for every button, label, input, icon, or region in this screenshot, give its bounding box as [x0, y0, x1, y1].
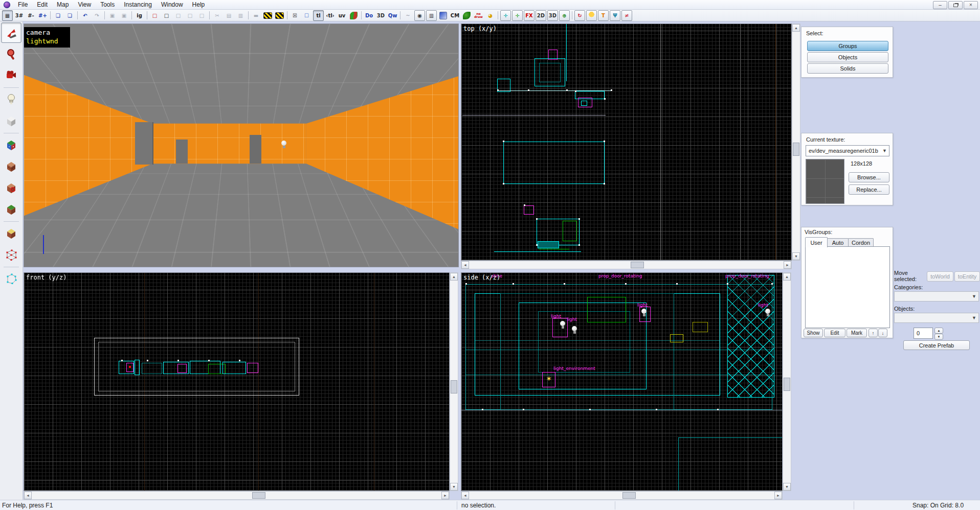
save-window-state-icon[interactable]: ❏ [64, 10, 75, 21]
grid-3d-icon[interactable]: 3# [14, 10, 25, 21]
light-environment-sprite[interactable]: ✶ [542, 372, 555, 387]
paste-icon[interactable]: ▥ [235, 10, 246, 21]
light-entity-sprite[interactable] [572, 326, 577, 334]
texture-application-tool-button[interactable] [1, 135, 21, 155]
clipping-tool-button[interactable] [1, 223, 21, 244]
restore-button[interactable] [948, 1, 963, 9]
selection-tool-button[interactable] [1, 22, 21, 43]
lighting-preview-icon[interactable] [586, 10, 597, 21]
texture-combo[interactable]: ev/dev_measuregeneric01b ▼ [806, 145, 889, 156]
top-viewport-vscrollbar[interactable]: ▲ ▼ [792, 24, 800, 261]
entity-tool-button[interactable] [1, 89, 21, 110]
displacement-mask-icon[interactable] [350, 12, 358, 19]
scroll-up-button[interactable]: ▲ [792, 24, 800, 32]
tab-auto[interactable]: Auto [827, 238, 849, 247]
menu-tools[interactable]: Tools [96, 1, 119, 9]
scroll-up-button[interactable]: ▲ [450, 273, 458, 281]
minimize-button[interactable]: – [933, 1, 947, 9]
show-button[interactable]: Show [804, 329, 823, 337]
magnify-tool-button[interactable] [1, 44, 21, 64]
to-entity-button[interactable]: toEntity [954, 271, 980, 282]
entity-radius-icon[interactable]: ✛ [512, 10, 523, 21]
load-window-state-icon[interactable]: ❏ [53, 10, 63, 21]
scrollbar-thumb[interactable] [252, 492, 265, 499]
undo-icon[interactable]: ↶ [80, 10, 91, 21]
select-same-red-icon[interactable]: □ [149, 10, 160, 21]
menu-help[interactable]: Help [188, 1, 210, 9]
nodraw-toggle-icon[interactable]: no draw [473, 10, 484, 21]
scrollbar-thumb[interactable] [784, 378, 790, 391]
scrollbar-thumb[interactable] [622, 492, 636, 499]
light-entity-sprite[interactable] [641, 309, 647, 317]
scroll-down-button[interactable]: ▼ [783, 483, 791, 491]
texture-info-icon[interactable]: T [598, 10, 609, 21]
viewport-front-yz[interactable]: front (y/z) [24, 272, 450, 491]
scroll-left-button[interactable]: ◄ [24, 492, 32, 499]
run-map-expert-icon[interactable]: Qw [387, 10, 398, 21]
toggle-helpers-icon[interactable]: ◉ [414, 10, 425, 21]
select-same-icon[interactable]: □ [161, 10, 172, 21]
categories-combo[interactable]: ▼ [894, 291, 979, 302]
menu-edit[interactable]: Edit [32, 1, 52, 9]
front-viewport-hscrollbar[interactable]: ◄ ► [24, 491, 450, 500]
viewport-top-xy[interactable]: top (x/y) [461, 24, 792, 261]
viewport-side-xz[interactable]: side (x/z) stine prop_door_rotating prop… [461, 272, 783, 491]
texture-lock-icon[interactable]: tl [313, 10, 324, 21]
2d-models-icon[interactable]: 2D [536, 10, 546, 21]
paste-special-icon[interactable]: ~ [403, 10, 413, 21]
detail-objects-icon[interactable] [463, 12, 471, 19]
scroll-right-button[interactable]: ► [774, 492, 782, 499]
viewport-3d-camera[interactable]: camera lightwnd [24, 24, 459, 267]
spinner-up-button[interactable]: ▲ [934, 328, 943, 334]
grid-larger-icon[interactable]: #+ [37, 10, 48, 21]
edit-cordon-bounds-icon[interactable]: ☐ [301, 10, 312, 21]
side-viewport-hscrollbar[interactable]: ◄ ► [461, 491, 783, 500]
close-button[interactable]: × [964, 1, 978, 9]
toggle-cordon-icon[interactable]: ☒ [289, 10, 300, 21]
move-up-button[interactable]: ↑ [868, 329, 878, 337]
top-viewport-hscrollbar[interactable]: ◄ ► [461, 261, 792, 269]
overlay-tool-button[interactable] [1, 199, 21, 220]
scroll-right-button[interactable]: ► [441, 492, 449, 499]
side-viewport-vscrollbar[interactable]: ▲ ▼ [783, 272, 791, 491]
select-prev-icon[interactable]: □ [173, 10, 184, 21]
apply-decals-tool-button[interactable] [1, 178, 21, 198]
grid-smaller-icon[interactable]: #- [26, 10, 36, 21]
apply-current-texture-tool-button[interactable] [1, 156, 21, 177]
3d-models-icon[interactable]: 3D [547, 10, 558, 21]
filter-sliders-icon[interactable]: ≠ [621, 10, 632, 21]
rotate-45-icon[interactable]: ↻ [574, 10, 585, 21]
select-next-icon[interactable]: □ [185, 10, 195, 21]
menu-instancing[interactable]: Instancing [119, 1, 157, 9]
objects-combo[interactable]: ▼ [894, 313, 979, 323]
cm-toggle-icon[interactable]: CM [450, 10, 460, 21]
spinner-down-button[interactable]: ▼ [934, 334, 943, 340]
snap-to-grid-icon[interactable]: ▦ [2, 10, 13, 21]
ungroup-icon[interactable]: ▣ [119, 10, 129, 21]
group-icon[interactable]: ▣ [107, 10, 118, 21]
antenna-helpers-icon[interactable]: Ψ [610, 10, 620, 21]
block-tool-button[interactable] [1, 111, 21, 131]
select-objects-button[interactable]: Objects [807, 52, 888, 62]
redo-icon[interactable]: ↷ [92, 10, 102, 21]
scroll-left-button[interactable]: ◄ [461, 261, 469, 269]
camera-tool-button[interactable] [1, 65, 21, 86]
entity-sprites-icon[interactable]: ✛ [500, 10, 511, 21]
scroll-down-button[interactable]: ▼ [450, 483, 458, 491]
carve-icon[interactable] [263, 12, 272, 19]
mark-button[interactable]: Mark [847, 329, 867, 337]
select-solids-button[interactable]: Solids [807, 63, 888, 74]
tab-cordon[interactable]: Cordon [848, 238, 874, 247]
cut-icon[interactable]: ✂ [212, 10, 222, 21]
light-entity-sprite[interactable] [765, 309, 770, 317]
toggle-group-ignore-icon[interactable]: ig [134, 10, 145, 21]
copy-icon[interactable]: ▤ [224, 10, 234, 21]
scroll-down-button[interactable]: ▼ [792, 252, 800, 260]
run-map-icon[interactable]: Do [364, 10, 374, 21]
angle-spinner-field[interactable]: 0 [914, 328, 933, 339]
to-world-button[interactable]: toWorld [927, 271, 953, 282]
sound-preview-icon[interactable]: 3D [375, 10, 386, 21]
hide-selected-icon[interactable]: ▬ [251, 10, 261, 21]
scrollbar-thumb[interactable] [793, 143, 799, 156]
replace-button[interactable]: Replace... [849, 184, 889, 195]
